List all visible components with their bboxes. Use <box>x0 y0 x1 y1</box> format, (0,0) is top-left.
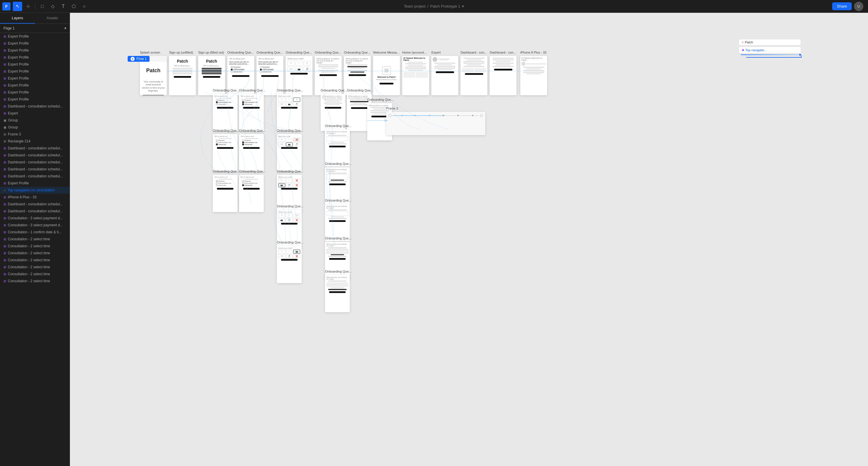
layer-item-34[interactable]: ⊞Consultation - 2 select time <box>0 271 70 277</box>
layer-item-17[interactable]: ⊞Dashboard - consultation schedul... <box>0 152 70 159</box>
frame-onb2-1-card[interactable]: Tell us about you! Register Intermediate… <box>213 94 238 131</box>
layer-item-5[interactable]: ⊞Expert Profile <box>0 68 70 75</box>
layer-label-1: Expert Profile <box>8 41 29 45</box>
frame-splash-card[interactable]: Patch Your community of small business o… <box>140 56 167 95</box>
layer-label-24: Dashboard - consultation schedul... <box>8 202 63 206</box>
layer-label-31: Consultation - 2 select time <box>8 251 50 255</box>
layer-item-8[interactable]: ⊞Expert Profile <box>0 89 70 96</box>
layer-item-27[interactable]: ⊞Consultation - 3 select payment d... <box>0 222 70 229</box>
layer-item-28[interactable]: ⊞Consultation - 1 confirm date & ti... <box>0 229 70 236</box>
frame-onb8-1-card[interactable]: What goal are you looking for today? <box>325 275 350 312</box>
layer-item-9[interactable]: ⊞Expert Profile <box>0 96 70 103</box>
user-avatar[interactable]: U <box>854 2 863 11</box>
toolbar-right: Share U <box>832 2 863 11</box>
frame-onb6-1-label: Onboarding Que... <box>325 236 351 240</box>
layer-label-12: Group <box>8 118 18 122</box>
frame-onb7-1-card[interactable]: What's your craft? ⚒ ✂ 📷 ⌨ 🎵 ❌ <box>277 246 302 283</box>
layer-item-23[interactable]: ⊞iPhone 8 Plus - 33 <box>0 194 70 201</box>
layer-icon-5: ⊞ <box>3 70 6 73</box>
tool-frame[interactable]: ⊹ <box>23 2 33 11</box>
frame-onb4-1-card[interactable]: Tell us about you! Register Intermediate… <box>213 175 238 212</box>
page-dropdown: ▾ <box>64 26 66 30</box>
layer-item-0[interactable]: ⊞Expert Profile <box>0 33 70 40</box>
frame-onb3-4-card[interactable]: What goal are you looking to achieve? <box>325 129 350 167</box>
layer-item-2[interactable]: ⊞Expert Profile <box>0 47 70 54</box>
layer-item-26[interactable]: ⊞Consultation - 3 select payment d... <box>0 215 70 222</box>
layer-icon-20: ⊞ <box>3 174 6 178</box>
layer-item-3[interactable]: ⊞Expert Profile <box>0 54 70 61</box>
layer-item-35[interactable]: ⊞Consultation - 2 select time <box>0 277 70 285</box>
frame-dashboard-con1-card[interactable] <box>461 56 487 95</box>
layer-item-12[interactable]: ▣Group <box>0 117 70 124</box>
file-name: Patch Prototype 1 <box>430 4 460 8</box>
layer-label-27: Consultation - 3 select payment d... <box>8 223 63 227</box>
figma-logo[interactable]: F <box>2 2 10 10</box>
layer-icon-12: ▣ <box>3 119 6 122</box>
frame-iphone-card[interactable]: Hi Tanara! Welcome to Patch. <box>520 56 547 95</box>
layer-item-24[interactable]: ⊞Dashboard - consultation schedul... <box>0 201 70 208</box>
layer-item-4[interactable]: ⊞Expert Profile <box>0 61 70 68</box>
tool-move[interactable]: ↖ <box>13 2 22 11</box>
layer-item-25[interactable]: ⊞Dashboard - consultation schedul... <box>0 208 70 215</box>
frame-onb4-2-card[interactable]: Tell us about you! Register Intermediate… <box>239 175 264 212</box>
tool-text[interactable]: T <box>59 2 68 11</box>
layer-icon-25: ⊞ <box>3 209 6 213</box>
frame-onb5-2-card[interactable]: What goal are you looking for today? <box>325 204 350 241</box>
layer-icon-17: ⊞ <box>3 154 6 157</box>
tool-rectangle[interactable]: □ <box>38 2 47 11</box>
frame-onb3-3-card[interactable]: Meet your craft! ⚒ ✂ ❌ ⌨ 📷 🎵 <box>277 134 302 171</box>
frame-onb2-2-card[interactable]: Tell us about you! Register Intermediate… <box>239 94 264 131</box>
layer-item-31[interactable]: ⊞Consultation - 2 select time <box>0 249 70 257</box>
layer-item-18[interactable]: ⊞Dashboard - consultation schedul... <box>0 159 70 166</box>
layer-label-23: iPhone 8 Plus - 33 <box>8 195 36 199</box>
tab-layers[interactable]: Layers <box>0 13 35 24</box>
layer-item-30[interactable]: ⊞Consultation - 2 select time <box>0 243 70 249</box>
frame-splash-label: Splash screen <box>140 51 160 54</box>
layer-item-20[interactable]: ⊞Dashboard - consultation schedul... <box>0 173 70 180</box>
frame3-card[interactable] <box>386 112 485 135</box>
frame-signup-unfilled-card[interactable]: Patch Tell us about you... <box>169 56 196 95</box>
frame-onb3-1-card[interactable]: Tell us about you! Register Intermediate… <box>213 134 238 171</box>
layer-item-13[interactable]: ▣Group <box>0 124 70 131</box>
tab-assets[interactable]: Assets <box>35 13 70 24</box>
layer-item-33[interactable]: ⊞Consultation - 2 select time <box>0 264 70 271</box>
frame-welcome-card[interactable]: Welcome to Patch! Tanara! Welcome to Pat… <box>373 56 400 95</box>
top-nav-link[interactable]: Top navigatio... <box>745 48 767 52</box>
share-button[interactable]: Share <box>832 2 852 10</box>
layer-item-29[interactable]: ⊞Consultation - 2 select time <box>0 236 70 243</box>
layer-item-1[interactable]: ⊞Expert Profile <box>0 40 70 47</box>
frame-onb2-3-card[interactable]: Meet your craft! ⚒ ✂ 🍴 ⌨ 📷 🎵 <box>277 94 302 131</box>
flow-play-icon[interactable] <box>131 57 135 61</box>
layer-item-6[interactable]: ⊞Expert Profile <box>0 75 70 82</box>
layer-item-7[interactable]: ⊞Expert Profile <box>0 82 70 89</box>
layer-item-19[interactable]: ⊞Dashboard - consultation schedul... <box>0 166 70 173</box>
selection-corner <box>801 55 802 58</box>
canvas[interactable]: Flow 1 × Patch ◆ Top navigatio... Splash… <box>70 13 868 466</box>
layer-item-16[interactable]: ⊞Dashboard - consultation schedul... <box>0 145 70 152</box>
dropdown-icon[interactable]: ▾ <box>462 4 464 8</box>
tool-pen[interactable]: ◇ <box>48 2 57 11</box>
close-icon[interactable]: × <box>742 40 744 44</box>
layer-list[interactable]: ⊞Expert Profile⊞Expert Profile⊞Expert Pr… <box>0 33 70 466</box>
frame-expert-card[interactable] <box>431 56 458 95</box>
tool-comment[interactable]: ○ <box>80 2 89 11</box>
layer-item-14[interactable]: ⊞Frame 3 <box>0 131 70 138</box>
frame-dashboard-con2-card[interactable] <box>490 56 517 95</box>
layer-item-21[interactable]: ⊞Expert Profile <box>0 180 70 187</box>
layer-item-11[interactable]: ⊞Expert <box>0 110 70 117</box>
flow-label: Flow 1 <box>128 56 150 62</box>
layer-item-22[interactable]: ◇Top navigation no consultation <box>0 187 70 194</box>
layer-item-32[interactable]: ⊞Consultation - 2 select time <box>0 257 70 264</box>
layer-label-21: Expert Profile <box>8 181 29 185</box>
layer-item-15[interactable]: ⊞Rectangle 214 <box>0 138 70 145</box>
frame-onb3-2-card[interactable]: Tell us about you! Register Intermediate… <box>239 134 264 171</box>
frame-onb6-1-card[interactable]: What goal are you looking for today? <box>325 242 350 279</box>
page-selector[interactable]: Page 1 ▾ <box>0 24 70 33</box>
frame-home-card[interactable]: Hi Tanara! Welcome to Patch. <box>402 56 429 95</box>
layer-item-10[interactable]: ⊞Dashboard - consultation schedul... <box>0 103 70 110</box>
layer-label-3: Expert Profile <box>8 55 29 59</box>
frame-onboarding1-label: Onboarding Que... <box>227 51 254 54</box>
layer-icon-30: ⊞ <box>3 244 6 248</box>
layer-icon-28: ⊞ <box>3 230 6 234</box>
tool-component[interactable]: ⬡ <box>69 2 79 11</box>
